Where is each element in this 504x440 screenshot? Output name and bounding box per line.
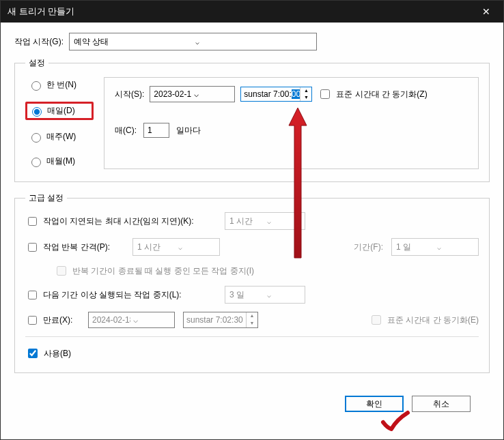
close-button[interactable]: ✕ xyxy=(476,6,496,17)
ok-button[interactable]: 확인 xyxy=(345,396,404,412)
start-task-row: 작업 시작(G): 예약 상태 ⌵ xyxy=(14,33,490,50)
repeat-value: 1 시간 xyxy=(137,241,174,253)
start-task-label: 작업 시작(G): xyxy=(14,36,64,48)
chevron-down-icon: ⌵ xyxy=(191,89,234,99)
start-task-value: 예약 상태 xyxy=(74,36,191,48)
delay-value: 1 시간 xyxy=(229,216,263,227)
stop-after-value: 3 일 xyxy=(229,289,263,301)
advanced-fieldset: 고급 설정 작업이 지연되는 최대 시간(임의 지연)(K): 1 시간 ⌵ 작… xyxy=(14,192,490,373)
duration-label: 기간(F): xyxy=(354,241,383,253)
chevron-down-icon: ⌵ xyxy=(174,244,219,251)
titlebar: 새 트리거 만들기 ✕ xyxy=(1,1,503,23)
expire-checkbox[interactable] xyxy=(28,316,37,325)
frequency-radio-group: 한 번(N) 매일(D) 매주(W) 매월(M) xyxy=(25,77,94,169)
chevron-down-icon: ⌵ xyxy=(263,291,305,299)
sync-timezone-input[interactable] xyxy=(320,89,330,99)
radio-weekly[interactable]: 매주(W) xyxy=(25,129,94,145)
repeat-checkbox[interactable] xyxy=(28,243,37,252)
sync-expire-checkbox xyxy=(372,315,381,325)
expire-date-picker[interactable]: 2024-02-18 일요 ⌵ xyxy=(88,312,175,328)
dialog-window: 새 트리거 만들기 ✕ 작업 시작(G): 예약 상태 ⌵ 설정 한 번(N) xyxy=(0,0,504,440)
stop-after-checkbox[interactable] xyxy=(28,291,37,299)
radio-monthly-label: 매월(M) xyxy=(46,156,75,167)
settings-legend: 설정 xyxy=(25,57,48,69)
duration-combo[interactable]: 1 일 ⌵ xyxy=(391,238,479,256)
radio-once[interactable]: 한 번(N) xyxy=(25,77,94,93)
footer: 확인 취소 xyxy=(14,383,490,424)
enabled-checkbox-wrap[interactable]: 사용(B) xyxy=(25,347,479,360)
radio-weekly-label: 매주(W) xyxy=(46,131,76,143)
chevron-down-icon: ⌵ xyxy=(130,315,174,325)
spinner-up[interactable]: ▲ xyxy=(300,87,311,94)
radio-daily-input[interactable] xyxy=(32,107,42,117)
sync-timezone-label: 표준 시간대 간 동기화(Z) xyxy=(336,89,427,100)
spinner-up[interactable]: ▲ xyxy=(247,312,257,320)
chevron-down-icon: ⌵ xyxy=(263,218,305,225)
enabled-checkbox[interactable] xyxy=(28,349,38,358)
stop-after-combo[interactable]: 3 일 ⌵ xyxy=(225,286,305,304)
delay-label: 작업이 지연되는 최대 시간(임의 지연)(K): xyxy=(43,216,194,227)
expire-label: 만료(X): xyxy=(43,314,72,326)
radio-once-label: 한 번(N) xyxy=(46,79,76,91)
radio-monthly-input[interactable] xyxy=(31,158,41,167)
start-time-spinner[interactable]: sunstar 7:00:00 ▲ ▼ xyxy=(240,87,312,102)
radio-monthly[interactable]: 매월(M) xyxy=(25,153,94,169)
cancel-button[interactable]: 취소 xyxy=(412,396,471,412)
stop-after-label: 다음 기간 이상 실행되는 작업 중지(L): xyxy=(43,289,182,301)
recur-every-label: 매(C): xyxy=(115,125,137,136)
divider xyxy=(25,336,479,337)
stop-all-label: 반복 기간이 종료될 때 실행 중인 모든 작업 중지(I) xyxy=(72,265,254,277)
repeat-label: 작업 반복 간격(P): xyxy=(43,241,110,253)
window-title: 새 트리거 만들기 xyxy=(8,5,476,18)
delay-combo[interactable]: 1 시간 ⌵ xyxy=(225,212,305,230)
radio-daily-label: 매일(D) xyxy=(47,105,75,117)
sync-expire-checkbox-wrap: 표준 시간대 간 동기화(E) xyxy=(369,313,479,327)
spinner-down[interactable]: ▼ xyxy=(247,320,257,327)
recur-every-input[interactable] xyxy=(143,123,169,138)
chevron-down-icon: ⌵ xyxy=(191,38,317,46)
settings-fieldset: 설정 한 번(N) 매일(D) 매주(W) xyxy=(14,57,490,182)
expire-time-value: sunstar 7:02:30 xyxy=(184,315,246,325)
start-label: 시작(S): xyxy=(115,89,144,100)
start-task-combo[interactable]: 예약 상태 ⌵ xyxy=(69,33,317,50)
detail-panel: 시작(S): 2023-02-18 토요 ⌵ sunstar 7:00:00 ▲… xyxy=(104,77,479,169)
duration-value: 1 일 xyxy=(396,241,433,253)
expire-time-spinner[interactable]: sunstar 7:02:30 ▲ ▼ xyxy=(183,312,258,328)
delay-checkbox[interactable] xyxy=(28,217,37,226)
spinner-down[interactable]: ▼ xyxy=(300,94,311,101)
chevron-down-icon: ⌵ xyxy=(433,244,478,251)
stop-all-checkbox-wrap: 반복 기간이 종료될 때 실행 중인 모든 작업 중지(I) xyxy=(54,264,254,278)
radio-once-input[interactable] xyxy=(31,81,41,91)
radio-daily[interactable]: 매일(D) xyxy=(25,102,94,120)
start-date-picker[interactable]: 2023-02-18 토요 ⌵ xyxy=(150,86,235,102)
recur-every-suffix: 일마다 xyxy=(176,125,201,136)
content-area: 작업 시작(G): 예약 상태 ⌵ 설정 한 번(N) 매일(D) xyxy=(1,23,503,439)
start-time-value: sunstar 7:00:00 xyxy=(241,89,300,99)
spinner-buttons: ▲ ▼ xyxy=(246,312,257,327)
expire-date-value: 2024-02-18 일요 xyxy=(92,314,130,326)
repeat-combo[interactable]: 1 시간 ⌵ xyxy=(132,238,220,256)
start-date-value: 2023-02-18 토요 xyxy=(154,89,191,100)
sync-expire-label: 표준 시간대 간 동기화(E) xyxy=(387,314,479,326)
enabled-label: 사용(B) xyxy=(44,348,71,360)
advanced-legend: 고급 설정 xyxy=(25,192,67,204)
stop-all-checkbox xyxy=(57,266,66,276)
sync-timezone-checkbox[interactable]: 표준 시간대 간 동기화(Z) xyxy=(318,87,427,101)
radio-weekly-input[interactable] xyxy=(31,133,41,143)
spinner-buttons: ▲ ▼ xyxy=(300,87,311,101)
